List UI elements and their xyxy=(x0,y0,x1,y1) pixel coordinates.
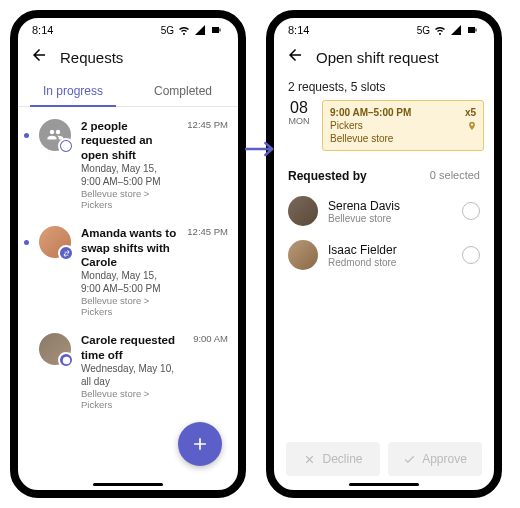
page-title: Requests xyxy=(60,49,123,66)
item-title: Amanda wants to swap shifts with Carole xyxy=(81,226,177,269)
status-icons: 5G xyxy=(417,24,480,36)
item-time: 12:45 PM xyxy=(187,119,228,210)
action-bar: Decline Approve xyxy=(274,442,494,476)
header: Open shift request xyxy=(274,38,494,76)
location-pin-icon xyxy=(467,121,477,134)
swap-badge-icon xyxy=(58,245,74,261)
avatar xyxy=(39,333,71,365)
item-time: 12:45 PM xyxy=(187,226,228,317)
status-bar: 8:14 5G xyxy=(274,18,494,38)
shift-time: 9:00 AM–5:00 PM xyxy=(330,106,411,119)
item-location: Bellevue store > Pickers xyxy=(81,388,183,410)
item-subtitle: Wednesday, May 10, all day xyxy=(81,362,183,388)
shift-card[interactable]: 9:00 AM–5:00 PM x5 Pickers Bellevue stor… xyxy=(322,100,484,151)
header: Requests xyxy=(18,38,238,76)
avatar xyxy=(288,196,318,226)
requested-by-label: Requested by xyxy=(288,169,367,183)
add-button[interactable] xyxy=(178,422,222,466)
close-icon xyxy=(303,453,316,466)
timeoff-badge-icon xyxy=(58,352,74,368)
avatar xyxy=(39,119,71,151)
requested-by-header: Requested by 0 selected xyxy=(274,159,494,189)
flow-arrow-icon xyxy=(245,140,279,162)
tab-in-progress[interactable]: In progress xyxy=(18,76,128,106)
svg-rect-2 xyxy=(468,27,475,33)
person-location: Bellevue store xyxy=(328,213,452,224)
wifi-icon xyxy=(434,24,446,36)
list-item[interactable]: Amanda wants to swap shifts with Carole … xyxy=(18,218,238,325)
plus-icon xyxy=(190,434,210,454)
check-icon xyxy=(403,453,416,466)
item-location: Bellevue store > Pickers xyxy=(81,295,177,317)
date-day: MON xyxy=(284,116,314,126)
item-subtitle: Monday, May 15, 9:00 AM–5:00 PM xyxy=(81,269,177,295)
item-title: Carole requested time off xyxy=(81,333,183,362)
person-location: Redmond store xyxy=(328,257,452,268)
summary-text: 2 requests, 5 slots xyxy=(274,76,494,100)
shift-team: Pickers xyxy=(330,119,476,132)
home-indicator xyxy=(93,483,163,486)
unread-dot xyxy=(24,240,29,245)
open-shift-badge-icon xyxy=(58,138,74,154)
shift-count: x5 xyxy=(465,106,476,119)
clock: 8:14 xyxy=(32,24,53,36)
unread-dot xyxy=(24,133,29,138)
avatar xyxy=(288,240,318,270)
person-row[interactable]: Isaac Fielder Redmond store xyxy=(274,233,494,277)
date-column: 08 MON xyxy=(284,100,314,151)
person-name: Isaac Fielder xyxy=(328,243,452,257)
status-bar: 8:14 5G xyxy=(18,18,238,38)
page-title: Open shift request xyxy=(316,49,439,66)
avatar xyxy=(39,226,71,258)
battery-icon xyxy=(466,24,480,36)
phone-open-shift: 8:14 5G Open shift request 2 requests, 5… xyxy=(266,10,502,498)
tab-completed[interactable]: Completed xyxy=(128,76,238,106)
item-time: 9:00 AM xyxy=(193,333,228,410)
home-indicator xyxy=(349,483,419,486)
item-title: 2 people requested an open shift xyxy=(81,119,177,162)
item-subtitle: Monday, May 15, 9:00 AM–5:00 PM xyxy=(81,162,177,188)
phone-requests: 8:14 5G Requests In progress Completed xyxy=(10,10,246,498)
person-name: Serena Davis xyxy=(328,199,452,213)
svg-rect-3 xyxy=(476,29,477,32)
svg-rect-0 xyxy=(212,27,219,33)
item-location: Bellevue store > Pickers xyxy=(81,188,177,210)
signal-icon xyxy=(450,24,462,36)
shift-location: Bellevue store xyxy=(330,132,476,145)
selected-count: 0 selected xyxy=(430,169,480,183)
shift-row: 08 MON 9:00 AM–5:00 PM x5 Pickers Bellev… xyxy=(274,100,494,159)
person-row[interactable]: Serena Davis Bellevue store xyxy=(274,189,494,233)
approve-button[interactable]: Approve xyxy=(388,442,482,476)
select-radio[interactable] xyxy=(462,246,480,264)
signal-icon xyxy=(194,24,206,36)
wifi-icon xyxy=(178,24,190,36)
list-item[interactable]: 2 people requested an open shift Monday,… xyxy=(18,111,238,218)
battery-icon xyxy=(210,24,224,36)
select-radio[interactable] xyxy=(462,202,480,220)
list-item[interactable]: Carole requested time off Wednesday, May… xyxy=(18,325,238,418)
tabs: In progress Completed xyxy=(18,76,238,107)
back-icon[interactable] xyxy=(30,46,48,68)
status-icons: 5G xyxy=(161,24,224,36)
svg-rect-1 xyxy=(220,29,221,32)
decline-button[interactable]: Decline xyxy=(286,442,380,476)
back-icon[interactable] xyxy=(286,46,304,68)
date-number: 08 xyxy=(284,100,314,116)
clock: 8:14 xyxy=(288,24,309,36)
